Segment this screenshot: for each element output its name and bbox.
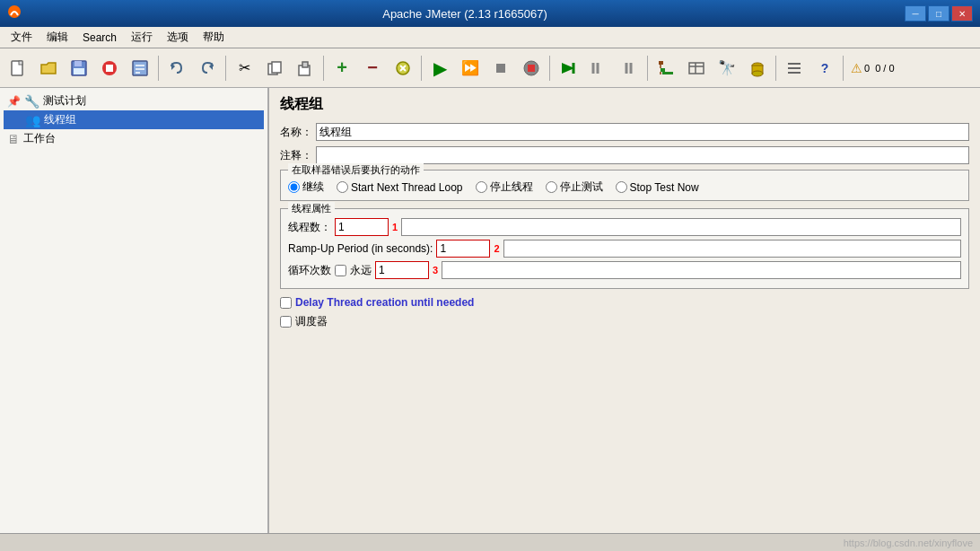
thread-inner: 线程数： 1 Ramp-Up Period (in seconds): 2 循环… — [288, 218, 961, 279]
delay-thread-checkbox[interactable] — [280, 297, 292, 309]
close-button[interactable]: ✕ — [951, 5, 973, 22]
jar-button[interactable] — [743, 54, 772, 83]
error-action-section: 在取样器错误后要执行的动作 继续 Start Next Thread Loop … — [280, 170, 969, 201]
comment-label: 注释： — [280, 148, 312, 163]
radio-continue-input[interactable] — [288, 181, 300, 193]
window-title: Apache JMeter (2.13 r1665067) — [25, 7, 905, 21]
tree-item-thread-group[interactable]: 👥 线程组 — [4, 110, 264, 129]
radio-stop-thread[interactable]: 停止线程 — [476, 179, 533, 195]
radio-start-next[interactable]: Start Next Thread Loop — [337, 181, 463, 194]
tree-item-test-plan[interactable]: 📌 🔧 测试计划 — [4, 92, 264, 110]
svg-rect-2 — [19, 61, 22, 65]
svg-rect-22 — [528, 65, 535, 72]
menu-edit[interactable]: 编辑 — [39, 28, 75, 47]
menu-help[interactable]: 帮助 — [196, 28, 232, 47]
test-plan-icon: 🔧 — [24, 94, 39, 109]
app-logo — [7, 4, 25, 22]
help-button[interactable]: ? — [810, 54, 839, 83]
radio-start-next-label: Start Next Thread Loop — [351, 181, 463, 194]
ramp-up-row: Ramp-Up Period (in seconds): 2 — [288, 240, 961, 258]
thread-props-title: 线程属性 — [288, 202, 335, 215]
cut-button[interactable]: ✂ — [230, 54, 258, 83]
copy-button[interactable] — [260, 54, 289, 83]
redo-button[interactable] — [193, 54, 222, 83]
menu-options[interactable]: 选项 — [160, 28, 196, 47]
tree-item-workbench[interactable]: 🖥 工作台 — [4, 129, 264, 148]
separator-2 — [225, 56, 226, 81]
loop-forever-label: 永远 — [350, 263, 372, 278]
ramp-up-input[interactable] — [436, 240, 490, 258]
stop-all-button[interactable]: ⏹ — [486, 54, 515, 83]
radio-start-next-input[interactable] — [337, 181, 348, 193]
svg-rect-17 — [302, 62, 308, 67]
thread-props-section: 线程属性 线程数： 1 Ramp-Up Period (in seconds):… — [280, 208, 969, 289]
radio-stop-test-label: 停止测试 — [560, 179, 603, 195]
content-panel: 线程组 名称： 注释： 在取样器错误后要执行的动作 继续 — [269, 88, 980, 533]
maximize-button[interactable]: □ — [928, 5, 949, 22]
stop-test-button[interactable] — [517, 54, 546, 83]
loop-forever-checkbox[interactable] — [335, 265, 346, 276]
ramp-up-annotation: 2 — [494, 243, 499, 254]
radio-stop-thread-input[interactable] — [476, 181, 487, 193]
separator-4 — [421, 56, 422, 81]
svg-rect-4 — [74, 61, 82, 66]
ramp-up-extra-input[interactable] — [503, 240, 961, 258]
thread-count-extra-input[interactable] — [401, 218, 961, 236]
name-label: 名称： — [280, 125, 312, 140]
save-report-button[interactable] — [126, 54, 154, 83]
save-button[interactable] — [65, 54, 93, 83]
tree-view-button[interactable] — [652, 54, 680, 83]
radio-stop-test-now-input[interactable] — [616, 181, 627, 193]
menu-file[interactable]: 文件 — [4, 28, 39, 47]
remote-start-button[interactable] — [554, 54, 582, 83]
radio-stop-test[interactable]: 停止测试 — [546, 179, 603, 195]
radio-continue-label: 继续 — [302, 179, 324, 195]
start-no-stop-button[interactable]: ⏩ — [456, 54, 485, 83]
radio-continue[interactable]: 继续 — [288, 179, 324, 195]
add-button[interactable]: + — [328, 54, 356, 83]
open-button[interactable] — [34, 54, 63, 83]
warning-counter: ⚠ 0 — [851, 61, 870, 75]
stop-button[interactable] — [95, 54, 124, 83]
name-row: 名称： — [280, 123, 969, 141]
radio-stop-test-input[interactable] — [546, 181, 557, 193]
loop-count-label: 循环次数 — [288, 263, 331, 278]
comment-input[interactable] — [316, 146, 969, 164]
scheduler-checkbox[interactable] — [280, 316, 292, 328]
error-count: 0 / 0 — [875, 63, 894, 74]
loop-count-annotation: 3 — [433, 265, 438, 276]
warning-count: 0 — [864, 63, 870, 74]
remote-stop-button[interactable] — [584, 54, 613, 83]
table-view-button[interactable] — [682, 54, 711, 83]
separator-5 — [549, 56, 550, 81]
new-button[interactable] — [4, 54, 32, 83]
binoculars-button[interactable]: 🔭 — [713, 54, 741, 83]
paste-button[interactable] — [291, 54, 319, 83]
remove-button[interactable]: − — [358, 54, 387, 83]
svg-rect-33 — [662, 72, 673, 74]
loop-count-input[interactable] — [375, 261, 429, 279]
name-input[interactable] — [316, 123, 969, 141]
start-button[interactable]: ▶ — [425, 54, 454, 83]
menu-run[interactable]: 运行 — [124, 28, 160, 47]
thread-count-input[interactable] — [335, 218, 389, 236]
menu-search[interactable]: Search — [75, 30, 124, 46]
thread-count-row: 线程数： 1 — [288, 218, 961, 236]
error-action-title: 在取样器错误后要执行的动作 — [288, 163, 424, 177]
separator-3 — [323, 56, 324, 81]
svg-rect-31 — [661, 68, 665, 72]
warning-icon: ⚠ — [851, 61, 862, 75]
remote-stop2-button[interactable] — [615, 54, 643, 83]
svg-rect-5 — [74, 68, 84, 74]
undo-button[interactable] — [162, 54, 191, 83]
clear-button[interactable] — [389, 54, 417, 83]
minimize-button[interactable]: ─ — [905, 5, 926, 22]
workbench-icon: 🖥 — [7, 132, 20, 146]
loop-count-extra-input[interactable] — [442, 261, 961, 279]
radio-stop-thread-label: 停止线程 — [490, 179, 533, 195]
scheduler-row: 调度器 — [280, 314, 969, 329]
thread-count-annotation: 1 — [392, 222, 398, 232]
list-button[interactable] — [780, 54, 809, 83]
main-area: 📌 🔧 测试计划 👥 线程组 🖥 工作台 线程组 名称： 注释： 在取样器错误后 — [0, 88, 980, 533]
radio-stop-test-now[interactable]: Stop Test Now — [616, 181, 699, 194]
